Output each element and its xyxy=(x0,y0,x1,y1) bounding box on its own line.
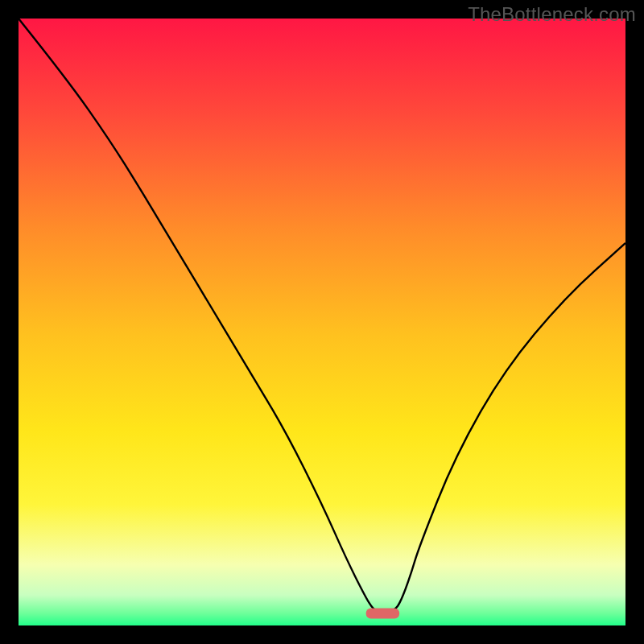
watermark-text: TheBottleneck.com xyxy=(468,3,636,26)
plot-area xyxy=(19,19,625,625)
chart-frame: TheBottleneck.com xyxy=(0,0,644,644)
gradient-background xyxy=(19,19,625,625)
chart-svg xyxy=(19,19,625,625)
minimum-marker xyxy=(366,608,399,618)
